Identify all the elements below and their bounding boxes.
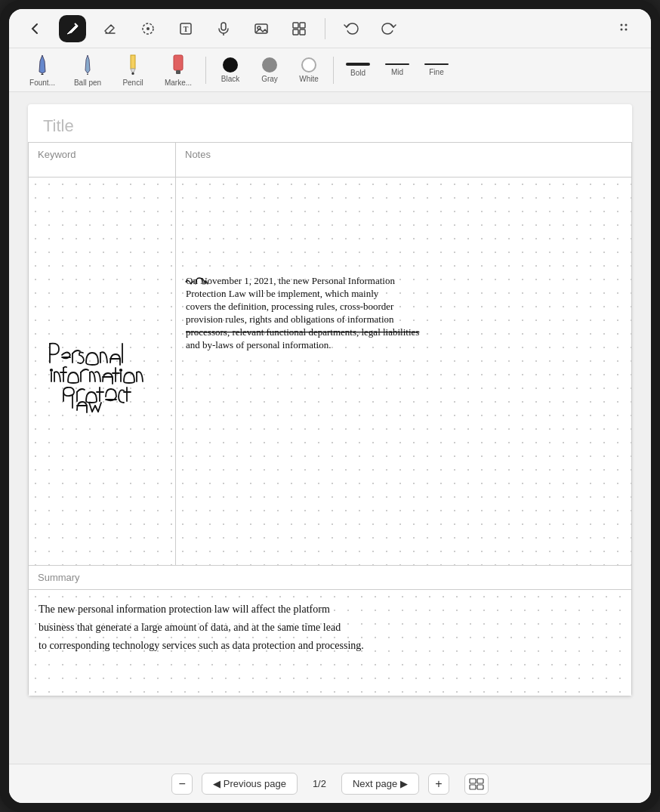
text-button[interactable]: T bbox=[172, 15, 199, 42]
line-bold[interactable]: Bold bbox=[340, 60, 376, 80]
separator-1 bbox=[325, 18, 325, 39]
pen-mode-button[interactable] bbox=[59, 15, 86, 42]
marker-label: Marke... bbox=[165, 79, 192, 87]
fine-label: Fine bbox=[429, 68, 443, 76]
svg-rect-8 bbox=[293, 23, 298, 28]
pen-separator-1 bbox=[205, 57, 206, 84]
plus-icon: + bbox=[435, 777, 442, 791]
gray-circle bbox=[262, 57, 277, 73]
svg-point-1 bbox=[146, 27, 150, 30]
line-mid[interactable]: Mid bbox=[379, 60, 415, 80]
pen-fountain[interactable]: Fount... bbox=[21, 51, 63, 90]
ballpen-icon bbox=[81, 54, 94, 77]
marker-icon bbox=[170, 54, 187, 77]
black-circle bbox=[223, 57, 238, 73]
next-page-button[interactable]: Next page ▶ bbox=[341, 773, 419, 795]
svg-rect-11 bbox=[300, 29, 305, 35]
svg-text:The new personal information p: The new personal information protection … bbox=[39, 604, 330, 615]
prev-page-button[interactable]: ◀ Previous page bbox=[202, 773, 298, 795]
summary-section: Summary The new personal information pro… bbox=[28, 565, 632, 696]
redo-button[interactable] bbox=[375, 15, 402, 42]
svg-rect-32 bbox=[470, 785, 476, 789]
notes-handwriting: On November 1, 2021, the new Personal In… bbox=[182, 184, 590, 546]
svg-text:and by-laws of personal inform: and by-laws of personal information. bbox=[186, 339, 331, 350]
mid-sample bbox=[385, 63, 409, 66]
svg-rect-31 bbox=[477, 779, 483, 783]
svg-rect-17 bbox=[174, 55, 183, 70]
svg-rect-10 bbox=[293, 29, 298, 35]
svg-rect-33 bbox=[477, 785, 483, 789]
grid-icon bbox=[469, 778, 484, 790]
svg-text:T: T bbox=[184, 25, 189, 33]
svg-text:provision rules, rights and ob: provision rules, rights and obligations … bbox=[186, 313, 394, 325]
svg-rect-30 bbox=[470, 779, 476, 783]
note-page: Title Keyword Notes bbox=[28, 104, 632, 696]
svg-point-13 bbox=[621, 28, 623, 30]
keyword-body[interactable] bbox=[29, 178, 176, 566]
pencil-icon bbox=[126, 54, 140, 77]
svg-point-19 bbox=[51, 369, 52, 370]
line-fine[interactable]: Fine bbox=[418, 60, 455, 79]
svg-text:On November 1, 2021, the new P: On November 1, 2021, the new Personal In… bbox=[186, 275, 395, 286]
summary-handwriting: The new personal information protection … bbox=[35, 596, 594, 694]
mic-button[interactable] bbox=[210, 15, 237, 42]
bold-sample bbox=[346, 63, 370, 66]
keyword-handwriting bbox=[35, 185, 163, 548]
page-title: Title bbox=[28, 104, 632, 142]
minus-icon: − bbox=[178, 777, 185, 791]
bottom-bar: − ◀ Previous page 1/2 Next page ▶ + bbox=[9, 764, 651, 803]
black-label: Black bbox=[221, 75, 239, 83]
keyword-header: Keyword bbox=[29, 143, 176, 178]
add-page-button[interactable]: + bbox=[428, 773, 449, 795]
notes-body[interactable]: On November 1, 2021, the new Personal In… bbox=[176, 178, 631, 566]
pen-marker[interactable]: Marke... bbox=[157, 51, 199, 90]
svg-point-15 bbox=[625, 28, 628, 30]
color-white[interactable]: White bbox=[291, 54, 327, 86]
ballpen-label: Ball pen bbox=[74, 79, 101, 87]
next-label: Next page ▶ bbox=[353, 778, 408, 789]
svg-text:to corresponding technology se: to corresponding technology services suc… bbox=[39, 640, 364, 651]
lasso-button[interactable] bbox=[134, 15, 162, 42]
summary-header: Summary bbox=[29, 566, 631, 590]
mid-label: Mid bbox=[391, 68, 403, 76]
zoom-out-button[interactable]: − bbox=[171, 773, 193, 795]
undo-button[interactable] bbox=[338, 15, 365, 42]
svg-text:processors, relevant functiona: processors, relevant functional departme… bbox=[186, 326, 419, 338]
bold-label: Bold bbox=[350, 69, 365, 77]
layout-button[interactable] bbox=[285, 15, 313, 42]
device: T bbox=[0, 0, 660, 812]
toolbar-top: T bbox=[9, 9, 651, 48]
svg-point-14 bbox=[625, 23, 628, 26]
grid-view-button[interactable] bbox=[464, 773, 489, 795]
toolbar-pen: Fount... Ball pen bbox=[9, 48, 651, 92]
fine-sample bbox=[424, 63, 449, 65]
color-gray[interactable]: Gray bbox=[251, 54, 288, 86]
white-label: White bbox=[299, 75, 319, 83]
pencil-label: Pencil bbox=[122, 79, 143, 87]
svg-text:covers the definition, process: covers the definition, processing rules,… bbox=[186, 301, 394, 312]
image-button[interactable] bbox=[248, 15, 275, 42]
screen: T bbox=[9, 9, 651, 803]
gray-label: Gray bbox=[261, 75, 278, 83]
svg-point-20 bbox=[120, 369, 122, 370]
pen-ballpen[interactable]: Ball pen bbox=[66, 51, 109, 90]
white-circle bbox=[301, 57, 316, 73]
eraser-button[interactable] bbox=[97, 15, 124, 42]
page-indicator: 1/2 bbox=[307, 778, 332, 789]
svg-rect-18 bbox=[176, 70, 180, 74]
more-button[interactable] bbox=[612, 15, 639, 42]
prev-label: ◀ Previous page bbox=[213, 778, 286, 789]
fountain-pen-icon bbox=[34, 54, 51, 77]
pen-separator-2 bbox=[333, 57, 334, 84]
notes-header: Notes bbox=[176, 143, 631, 178]
color-black[interactable]: Black bbox=[212, 54, 248, 86]
cornell-table: Keyword Notes bbox=[28, 142, 632, 565]
fountain-label: Fount... bbox=[29, 79, 55, 87]
svg-point-12 bbox=[621, 23, 623, 26]
back-button[interactable] bbox=[21, 15, 48, 42]
svg-text:Protection Law will be impleme: Protection Law will be implement, which … bbox=[186, 288, 379, 299]
summary-body[interactable]: The new personal information protection … bbox=[29, 590, 631, 696]
svg-rect-4 bbox=[221, 23, 226, 30]
main-content: Title Keyword Notes bbox=[9, 92, 651, 764]
pen-pencil[interactable]: Pencil bbox=[112, 51, 154, 90]
